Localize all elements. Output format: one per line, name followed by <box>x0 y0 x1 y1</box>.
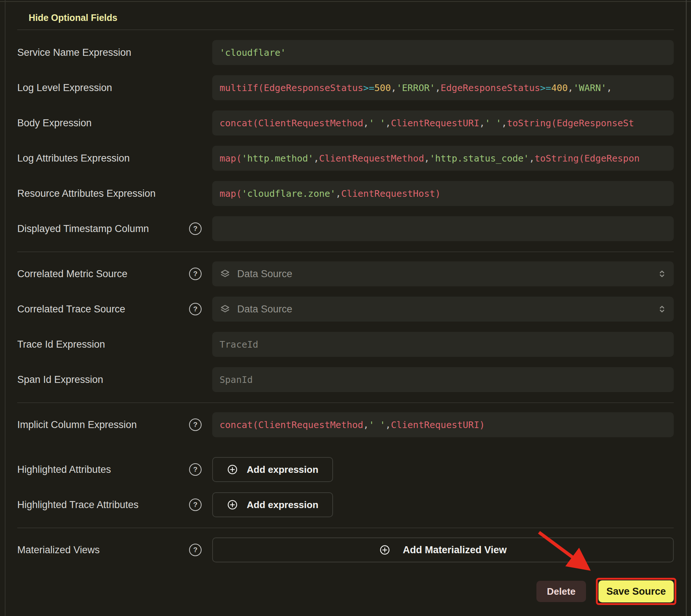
service-name-expression-control: 'cloudflare' <box>212 40 674 65</box>
save-source-button[interactable]: Save Source <box>598 580 674 602</box>
section-divider <box>17 402 674 403</box>
resource-attributes-expression-row: Resource Attributes Expressionmap('cloud… <box>17 181 674 206</box>
button-label: Add Materialized View <box>403 544 507 556</box>
hide-optional-fields-link[interactable]: Hide Optional Fields <box>29 12 117 23</box>
materialized-views-help-slot: ? <box>189 544 212 556</box>
displayed-timestamp-column-help-slot: ? <box>189 222 212 235</box>
implicit-column-expression-help-slot: ? <box>189 418 212 431</box>
body-expression-row: Body Expressionconcat(ClientRequestMetho… <box>17 110 674 135</box>
implicit-column-expression-row: Implicit Column Expression?concat(Client… <box>17 412 674 437</box>
correlated-metric-source-select[interactable]: Data Source <box>212 261 674 286</box>
materialized-views-label: Materialized Views <box>17 544 189 556</box>
displayed-timestamp-column-row: Displayed Timestamp Column? <box>17 216 674 241</box>
span-id-expression-label: Span Id Expression <box>17 374 189 385</box>
correlated-metric-source-control: Data Source <box>212 261 674 286</box>
service-name-expression-input[interactable]: 'cloudflare' <box>212 40 674 65</box>
plus-circle-icon <box>227 464 238 475</box>
body-expression-control: concat(ClientRequestMethod, ' ', ClientR… <box>212 110 674 135</box>
implicit-column-expression-control: concat(ClientRequestMethod, ' ', ClientR… <box>212 412 674 437</box>
correlated-trace-source-help-slot: ? <box>189 303 212 315</box>
highlighted-trace-attributes-control: Add expression <box>212 492 674 517</box>
log-attributes-expression-row: Log Attributes Expressionmap('http.metho… <box>17 146 674 171</box>
body-expression-input[interactable]: concat(ClientRequestMethod, ' ', ClientR… <box>212 110 674 135</box>
materialized-views-row: Materialized Views?Add Materialized View <box>17 537 674 562</box>
log-level-expression-control: multiIf(EdgeResponseStatus >= 500, 'ERRO… <box>212 75 674 100</box>
highlighted-trace-attributes-label: Highlighted Trace Attributes <box>17 499 189 511</box>
displayed-timestamp-column-label: Displayed Timestamp Column <box>17 223 189 235</box>
add-expression-button[interactable]: Add expression <box>212 457 333 482</box>
help-icon[interactable]: ? <box>189 544 202 556</box>
chevron-updown-icon <box>657 269 667 279</box>
highlighted-trace-attributes-help-slot: ? <box>189 499 212 511</box>
highlighted-attributes-row: Highlighted Attributes?Add expression <box>17 457 674 482</box>
section-divider <box>17 528 674 528</box>
correlated-trace-source-select[interactable]: Data Source <box>212 297 674 322</box>
correlated-trace-source-row: Correlated Trace Source?Data Source <box>17 297 674 322</box>
select-placeholder: Data Source <box>237 304 657 315</box>
correlated-metric-source-row: Correlated Metric Source?Data Source <box>17 261 674 286</box>
implicit-column-expression-label: Implicit Column Expression <box>17 419 189 431</box>
service-name-expression-row: Service Name Expression'cloudflare' <box>17 40 674 65</box>
form-actions: Delete Save Source <box>17 578 676 605</box>
source-settings-form: Hide Optional Fields Service Name Expres… <box>0 0 691 605</box>
help-icon[interactable]: ? <box>189 222 202 235</box>
correlated-metric-source-help-slot: ? <box>189 268 212 280</box>
log-attributes-expression-control: map('http.method', ClientRequestMethod, … <box>212 146 674 171</box>
log-level-expression-row: Log Level ExpressionmultiIf(EdgeResponse… <box>17 75 674 100</box>
layers-icon <box>220 304 231 315</box>
trace-id-expression-control: TraceId <box>212 332 674 357</box>
button-label: Add expression <box>247 464 318 475</box>
help-icon[interactable]: ? <box>189 499 202 511</box>
chevron-updown-icon <box>657 304 667 314</box>
log-attributes-expression-input[interactable]: map('http.method', ClientRequestMethod, … <box>212 146 674 171</box>
displayed-timestamp-column-control <box>212 216 674 241</box>
highlighted-attributes-control: Add expression <box>212 457 674 482</box>
plus-circle-icon <box>227 499 238 510</box>
displayed-timestamp-column-input[interactable] <box>212 216 674 241</box>
section-divider <box>17 29 674 30</box>
trace-id-expression-row: Trace Id ExpressionTraceId <box>17 332 674 357</box>
annotation-highlight-box: Save Source <box>596 578 676 605</box>
delete-button[interactable]: Delete <box>536 581 586 602</box>
log-level-expression-label: Log Level Expression <box>17 82 189 94</box>
form-rows: Service Name Expression'cloudflare'Log L… <box>17 40 674 562</box>
span-id-expression-input[interactable]: SpanId <box>212 367 674 392</box>
plus-circle-icon <box>379 544 390 555</box>
correlated-metric-source-label: Correlated Metric Source <box>17 268 189 280</box>
add-materialized-view-button[interactable]: Add Materialized View <box>212 537 674 562</box>
service-name-expression-label: Service Name Expression <box>17 47 189 58</box>
select-placeholder: Data Source <box>237 268 657 280</box>
layers-icon <box>220 268 231 279</box>
help-icon[interactable]: ? <box>189 418 202 431</box>
span-id-expression-row: Span Id ExpressionSpanId <box>17 367 674 392</box>
highlighted-attributes-help-slot: ? <box>189 463 212 476</box>
highlighted-trace-attributes-row: Highlighted Trace Attributes?Add express… <box>17 492 674 517</box>
highlighted-attributes-label: Highlighted Attributes <box>17 464 189 475</box>
help-icon[interactable]: ? <box>189 463 202 476</box>
help-icon[interactable]: ? <box>189 303 202 315</box>
log-level-expression-input[interactable]: multiIf(EdgeResponseStatus >= 500, 'ERRO… <box>212 75 674 100</box>
implicit-column-expression-input[interactable]: concat(ClientRequestMethod, ' ', ClientR… <box>212 412 674 437</box>
materialized-views-control: Add Materialized View <box>212 537 674 562</box>
resource-attributes-expression-input[interactable]: map('cloudflare.zone', ClientRequestHost… <box>212 181 674 206</box>
correlated-trace-source-control: Data Source <box>212 297 674 322</box>
resource-attributes-expression-label: Resource Attributes Expression <box>17 188 189 199</box>
resource-attributes-expression-control: map('cloudflare.zone', ClientRequestHost… <box>212 181 674 206</box>
add-expression-button[interactable]: Add expression <box>212 492 333 517</box>
log-attributes-expression-label: Log Attributes Expression <box>17 153 189 164</box>
span-id-expression-control: SpanId <box>212 367 674 392</box>
body-expression-label: Body Expression <box>17 117 189 129</box>
section-divider <box>17 251 674 252</box>
help-icon[interactable]: ? <box>189 268 202 280</box>
button-label: Add expression <box>247 499 318 511</box>
trace-id-expression-label: Trace Id Expression <box>17 339 189 350</box>
trace-id-expression-input[interactable]: TraceId <box>212 332 674 357</box>
correlated-trace-source-label: Correlated Trace Source <box>17 304 189 315</box>
